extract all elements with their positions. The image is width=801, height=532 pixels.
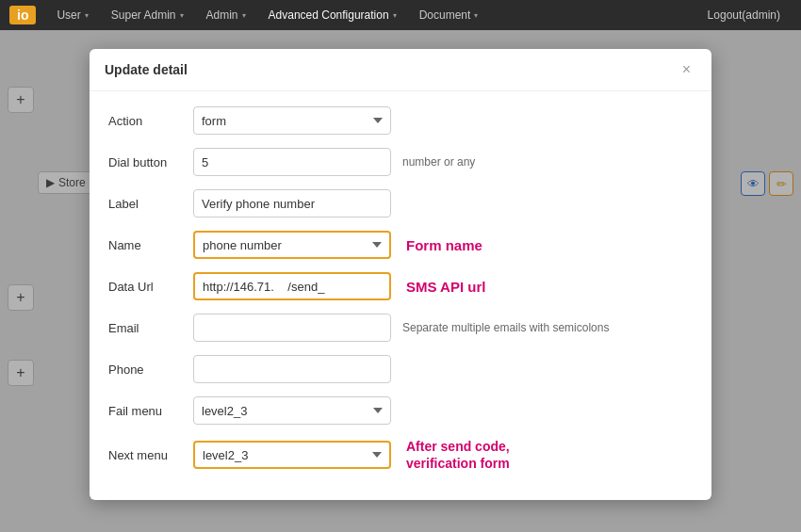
email-hint: Separate multiple emails with semicolons bbox=[402, 321, 609, 334]
fail-menu-label: Fail menu bbox=[108, 404, 193, 418]
dial-button-row: Dial button number or any bbox=[108, 148, 693, 176]
modal-header: Update detail × bbox=[90, 49, 711, 91]
user-caret-icon: ▾ bbox=[85, 11, 89, 20]
label-row: Label bbox=[108, 189, 693, 218]
data-url-annotation: SMS API url bbox=[406, 279, 485, 295]
dial-button-input[interactable] bbox=[193, 148, 391, 176]
email-row: Email Separate multiple emails with semi… bbox=[108, 314, 693, 342]
navbar: io User ▾ Super Admin ▾ Admin ▾ Advanced… bbox=[0, 0, 801, 30]
modal-title: Update detail bbox=[105, 62, 188, 77]
next-menu-label: Next menu bbox=[108, 448, 193, 462]
superadmin-caret-icon: ▾ bbox=[180, 11, 184, 20]
data-url-input[interactable] bbox=[193, 272, 391, 300]
phone-input[interactable] bbox=[193, 355, 391, 383]
name-row: Name phone number email id Form name bbox=[108, 231, 693, 259]
fail-menu-row: Fail menu level2_3 level1 level2_1 level… bbox=[108, 396, 693, 425]
modal-body: Action form sms email ivr Dial button nu… bbox=[90, 91, 711, 500]
dial-button-hint: number or any bbox=[402, 155, 475, 169]
modal-close-button[interactable]: × bbox=[677, 60, 696, 79]
background-area: + + + ▶ Store 👁 ✏ Update detail × Action… bbox=[0, 30, 801, 532]
logout-button[interactable]: Logout(admin) bbox=[696, 3, 792, 27]
update-detail-modal: Update detail × Action form sms email iv… bbox=[90, 49, 711, 500]
fail-menu-select[interactable]: level2_3 level1 level2_1 level2_2 bbox=[193, 396, 391, 425]
dial-button-label: Dial button bbox=[108, 155, 193, 169]
email-label: Email bbox=[108, 321, 193, 335]
nav-items: User ▾ Super Admin ▾ Admin ▾ Advanced Co… bbox=[45, 3, 489, 27]
name-label: Name bbox=[108, 238, 193, 252]
action-row: Action form sms email ivr bbox=[108, 106, 693, 135]
modal-overlay: Update detail × Action form sms email iv… bbox=[0, 30, 801, 532]
next-menu-annotation: After send code,verification form bbox=[406, 438, 510, 472]
advanced-caret-icon: ▾ bbox=[393, 11, 397, 20]
nav-document[interactable]: Document ▾ bbox=[408, 3, 490, 27]
nav-advanced-config[interactable]: Advanced Configuration ▾ bbox=[257, 3, 408, 27]
name-select[interactable]: phone number email id bbox=[193, 231, 391, 259]
action-select[interactable]: form sms email ivr bbox=[193, 106, 391, 135]
label-field-label: Label bbox=[108, 197, 193, 211]
next-menu-select[interactable]: level2_3 level1 level2_1 level2_2 bbox=[193, 441, 391, 469]
nav-admin[interactable]: Admin ▾ bbox=[195, 3, 257, 27]
phone-label: Phone bbox=[108, 363, 193, 377]
nav-user[interactable]: User ▾ bbox=[45, 3, 99, 27]
data-url-label: Data Url bbox=[108, 280, 193, 294]
label-input[interactable] bbox=[193, 189, 391, 218]
document-caret-icon: ▾ bbox=[474, 11, 478, 20]
admin-caret-icon: ▾ bbox=[242, 11, 246, 20]
name-annotation: Form name bbox=[406, 237, 482, 253]
data-url-row: Data Url SMS API url bbox=[108, 272, 693, 300]
action-label: Action bbox=[108, 114, 193, 128]
email-input[interactable] bbox=[193, 314, 391, 342]
brand-logo: io bbox=[9, 6, 36, 24]
phone-row: Phone bbox=[108, 355, 693, 383]
nav-superadmin[interactable]: Super Admin ▾ bbox=[100, 3, 195, 27]
next-menu-row: Next menu level2_3 level1 level2_1 level… bbox=[108, 438, 693, 472]
